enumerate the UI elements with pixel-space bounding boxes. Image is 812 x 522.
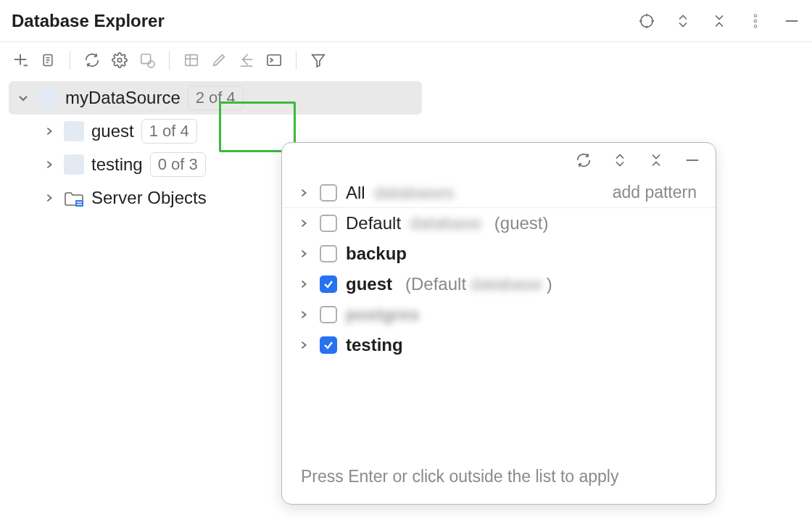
- popup-row-label: guest: [346, 274, 392, 294]
- toolbar-separator: [70, 51, 70, 70]
- svg-point-6: [754, 20, 757, 22]
- tree-node-label: guest: [91, 121, 134, 141]
- datasource-icon: [38, 88, 58, 108]
- popup-row-guest[interactable]: guest (Default database ): [282, 269, 716, 299]
- filter-icon[interactable]: [310, 51, 327, 69]
- edit-icon[interactable]: [210, 51, 228, 69]
- popup-row-label: All: [346, 183, 365, 203]
- table-view-icon[interactable]: [183, 51, 200, 69]
- popup-row-all[interactable]: All databases add pattern: [282, 178, 716, 208]
- refresh-icon[interactable]: [575, 152, 592, 169]
- more-icon[interactable]: [747, 12, 764, 30]
- collapse-all-icon[interactable]: [647, 152, 665, 169]
- blurred-text: postgres: [346, 304, 419, 325]
- console-icon[interactable]: [265, 51, 283, 69]
- chevron-down-icon[interactable]: [16, 91, 30, 105]
- chevron-right-icon[interactable]: [297, 246, 311, 261]
- jump-to-console-icon[interactable]: [238, 51, 255, 69]
- toolbar: [0, 42, 812, 78]
- server-objects-icon: [64, 190, 84, 206]
- toolbar-separator: [296, 51, 297, 70]
- checkbox[interactable]: [320, 276, 337, 293]
- tree-node-label: myDataSource: [65, 88, 181, 108]
- chevron-right-icon[interactable]: [297, 277, 311, 291]
- svg-point-0: [641, 14, 653, 27]
- blurred-text: databases: [374, 183, 455, 203]
- checkbox[interactable]: [320, 184, 337, 202]
- schema-selector-popup: All databases add pattern Default databa…: [281, 142, 716, 505]
- blurred-text: database: [410, 213, 481, 233]
- svg-point-19: [148, 61, 154, 67]
- tree-node-datasource[interactable]: myDataSource 2 of 4: [9, 81, 422, 115]
- checkbox[interactable]: [320, 245, 337, 262]
- popup-row-label: Default: [346, 213, 401, 233]
- refresh-icon[interactable]: [83, 51, 101, 69]
- popup-row-suffix-post: ): [547, 274, 552, 294]
- chevron-right-icon[interactable]: [42, 157, 57, 172]
- popup-row-testing[interactable]: testing: [282, 330, 716, 360]
- add-pattern-link[interactable]: add pattern: [613, 183, 697, 202]
- add-icon[interactable]: [12, 51, 29, 69]
- chevron-right-icon[interactable]: [42, 191, 57, 205]
- target-icon[interactable]: [638, 12, 655, 30]
- chevron-right-icon[interactable]: [297, 338, 311, 352]
- popup-row-label: backup: [346, 244, 407, 264]
- popup-row-postgres[interactable]: postgres: [282, 299, 716, 330]
- panel-title: Database Explorer: [12, 11, 638, 31]
- expand-collapse-icon[interactable]: [611, 152, 629, 169]
- chevron-right-icon[interactable]: [42, 124, 57, 138]
- svg-marker-27: [312, 55, 325, 67]
- popup-row-suffix-pre: (Default: [405, 274, 466, 294]
- blurred-text: database: [471, 274, 542, 294]
- popup-row-default[interactable]: Default database (guest): [282, 208, 716, 239]
- chevron-right-icon[interactable]: [297, 307, 311, 322]
- checkbox[interactable]: [320, 215, 337, 232]
- popup-row-label: testing: [346, 335, 403, 355]
- svg-point-7: [754, 25, 757, 28]
- chevron-right-icon[interactable]: [297, 216, 311, 231]
- settings-icon[interactable]: [111, 51, 128, 69]
- tree-node-label: Server Objects: [91, 188, 207, 208]
- schema-count-badge[interactable]: 1 of 4: [141, 119, 197, 144]
- schema-icon: [64, 121, 84, 141]
- checkbox[interactable]: [320, 306, 337, 323]
- schema-count-badge[interactable]: 0 of 3: [150, 152, 206, 178]
- schema-icon: [64, 154, 84, 175]
- svg-rect-20: [186, 55, 198, 66]
- expand-collapse-icon[interactable]: [674, 12, 692, 30]
- minimize-icon[interactable]: [684, 152, 701, 169]
- panel-header: Database Explorer: [0, 0, 812, 42]
- schema-count-badge[interactable]: 2 of 4: [188, 86, 244, 111]
- minimize-icon[interactable]: [783, 12, 800, 30]
- popup-row-suffix: (guest): [494, 213, 549, 233]
- chevron-right-icon[interactable]: [297, 186, 311, 200]
- tree-node-label: testing: [91, 154, 143, 175]
- copy-ddl-icon[interactable]: [39, 51, 57, 69]
- popup-footer-hint: Press Enter or click outside the list to…: [282, 456, 716, 504]
- popup-row-backup[interactable]: backup: [282, 239, 716, 269]
- stop-refresh-icon[interactable]: [138, 51, 156, 69]
- collapse-all-icon[interactable]: [710, 12, 728, 30]
- svg-point-5: [754, 14, 757, 17]
- checkbox[interactable]: [320, 336, 337, 354]
- svg-rect-28: [75, 200, 83, 207]
- svg-point-17: [117, 58, 122, 62]
- toolbar-separator: [169, 51, 170, 70]
